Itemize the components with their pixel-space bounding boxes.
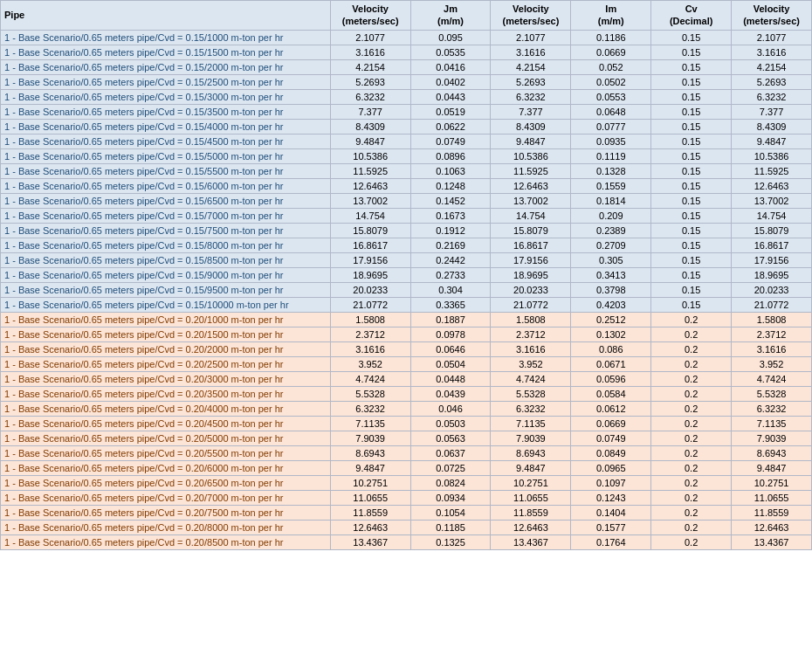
value-cell: 16.8617	[330, 238, 410, 252]
value-cell: 0.15	[651, 74, 732, 89]
value-cell: 0.1452	[410, 193, 491, 208]
value-cell: 13.7002	[732, 193, 812, 208]
value-cell: 0.0596	[571, 371, 651, 386]
value-cell: 5.5328	[732, 386, 812, 401]
pipe-cell: 1 - Base Scenario/0.65 meters pipe/Cvd =…	[1, 356, 331, 371]
value-cell: 0.1248	[410, 178, 491, 193]
value-cell: 5.5328	[330, 386, 410, 401]
table-row: 1 - Base Scenario/0.65 meters pipe/Cvd =…	[1, 371, 812, 386]
table-row: 1 - Base Scenario/0.65 meters pipe/Cvd =…	[1, 445, 812, 460]
value-cell: 6.3232	[491, 401, 571, 416]
value-cell: 9.4847	[732, 134, 812, 148]
value-cell: 0.0849	[571, 445, 651, 460]
value-cell: 0.0519	[410, 104, 491, 119]
value-cell: 2.1077	[330, 30, 410, 45]
value-cell: 16.8617	[491, 238, 571, 252]
value-cell: 0.1404	[571, 505, 651, 520]
value-cell: 0.1097	[571, 475, 651, 490]
value-cell: 7.9039	[330, 431, 410, 445]
value-cell: 0.0416	[410, 59, 491, 74]
value-cell: 0.0637	[410, 445, 491, 460]
table-row: 1 - Base Scenario/0.65 meters pipe/Cvd =…	[1, 45, 812, 59]
value-cell: 2.3712	[330, 327, 410, 341]
value-cell: 8.4309	[330, 119, 410, 134]
value-cell: 9.4847	[330, 460, 410, 475]
value-cell: 0.0934	[410, 490, 491, 505]
value-cell: 14.754	[491, 208, 571, 223]
value-cell: 0.0584	[571, 386, 651, 401]
value-cell: 0.1912	[410, 223, 491, 238]
value-cell: 0.15	[651, 297, 732, 312]
value-cell: 0.2733	[410, 267, 491, 282]
pipe-cell: 1 - Base Scenario/0.65 meters pipe/Cvd =…	[1, 460, 331, 475]
value-cell: 0.0503	[410, 416, 491, 431]
table-row: 1 - Base Scenario/0.65 meters pipe/Cvd =…	[1, 252, 812, 267]
value-cell: 0.0504	[410, 356, 491, 371]
pipe-cell: 1 - Base Scenario/0.65 meters pipe/Cvd =…	[1, 163, 331, 178]
cv-header: Cv (Decimal)	[651, 1, 732, 31]
pipe-cell: 1 - Base Scenario/0.65 meters pipe/Cvd =…	[1, 341, 331, 356]
value-cell: 0.15	[651, 45, 732, 59]
value-cell: 0.2	[651, 490, 732, 505]
value-cell: 0.2	[651, 534, 732, 549]
value-cell: 0.15	[651, 148, 732, 163]
pipe-cell: 1 - Base Scenario/0.65 meters pipe/Cvd =…	[1, 490, 331, 505]
value-cell: 14.754	[330, 208, 410, 223]
value-cell: 0.2	[651, 386, 732, 401]
pipe-cell: 1 - Base Scenario/0.65 meters pipe/Cvd =…	[1, 74, 331, 89]
value-cell: 1.5808	[491, 312, 571, 327]
value-cell: 7.9039	[491, 431, 571, 445]
value-cell: 0.0563	[410, 431, 491, 445]
value-cell: 0.15	[651, 30, 732, 45]
value-cell: 20.0233	[330, 282, 410, 297]
value-cell: 0.2	[651, 356, 732, 371]
value-cell: 2.3712	[732, 327, 812, 341]
value-cell: 0.2	[651, 505, 732, 520]
value-cell: 0.0439	[410, 386, 491, 401]
value-cell: 0.15	[651, 59, 732, 74]
table-row: 1 - Base Scenario/0.65 meters pipe/Cvd =…	[1, 534, 812, 549]
pipe-cell: 1 - Base Scenario/0.65 meters pipe/Cvd =…	[1, 148, 331, 163]
value-cell: 0.1887	[410, 312, 491, 327]
value-cell: 0.0402	[410, 74, 491, 89]
value-cell: 0.15	[651, 119, 732, 134]
pipe-cell: 1 - Base Scenario/0.65 meters pipe/Cvd =…	[1, 238, 331, 252]
value-cell: 6.3232	[732, 401, 812, 416]
value-cell: 2.3712	[491, 327, 571, 341]
value-cell: 0.086	[571, 341, 651, 356]
value-cell: 3.1616	[732, 45, 812, 59]
pipe-cell: 1 - Base Scenario/0.65 meters pipe/Cvd =…	[1, 416, 331, 431]
table-row: 1 - Base Scenario/0.65 meters pipe/Cvd =…	[1, 208, 812, 223]
pipe-cell: 1 - Base Scenario/0.65 meters pipe/Cvd =…	[1, 520, 331, 534]
pipe-cell: 1 - Base Scenario/0.65 meters pipe/Cvd =…	[1, 30, 331, 45]
pipe-cell: 1 - Base Scenario/0.65 meters pipe/Cvd =…	[1, 534, 331, 549]
value-cell: 0.15	[651, 238, 732, 252]
table-row: 1 - Base Scenario/0.65 meters pipe/Cvd =…	[1, 119, 812, 134]
value-cell: 15.8079	[732, 223, 812, 238]
value-cell: 0.15	[651, 178, 732, 193]
value-cell: 18.9695	[330, 267, 410, 282]
table-row: 1 - Base Scenario/0.65 meters pipe/Cvd =…	[1, 490, 812, 505]
table-row: 1 - Base Scenario/0.65 meters pipe/Cvd =…	[1, 163, 812, 178]
table-row: 1 - Base Scenario/0.65 meters pipe/Cvd =…	[1, 267, 812, 282]
table-row: 1 - Base Scenario/0.65 meters pipe/Cvd =…	[1, 89, 812, 104]
value-cell: 3.1616	[491, 341, 571, 356]
value-cell: 0.0824	[410, 475, 491, 490]
value-cell: 8.6943	[330, 445, 410, 460]
value-cell: 11.8559	[330, 505, 410, 520]
value-cell: 0.1119	[571, 148, 651, 163]
value-cell: 10.2751	[732, 475, 812, 490]
value-cell: 0.0553	[571, 89, 651, 104]
pipe-cell: 1 - Base Scenario/0.65 meters pipe/Cvd =…	[1, 119, 331, 134]
value-cell: 11.8559	[491, 505, 571, 520]
pipe-cell: 1 - Base Scenario/0.65 meters pipe/Cvd =…	[1, 104, 331, 119]
value-cell: 11.0655	[330, 490, 410, 505]
value-cell: 12.6463	[330, 178, 410, 193]
table-row: 1 - Base Scenario/0.65 meters pipe/Cvd =…	[1, 238, 812, 252]
value-cell: 0.15	[651, 163, 732, 178]
table-row: 1 - Base Scenario/0.65 meters pipe/Cvd =…	[1, 386, 812, 401]
value-cell: 0.3413	[571, 267, 651, 282]
value-cell: 0.1559	[571, 178, 651, 193]
value-cell: 12.6463	[491, 520, 571, 534]
value-cell: 11.0655	[732, 490, 812, 505]
